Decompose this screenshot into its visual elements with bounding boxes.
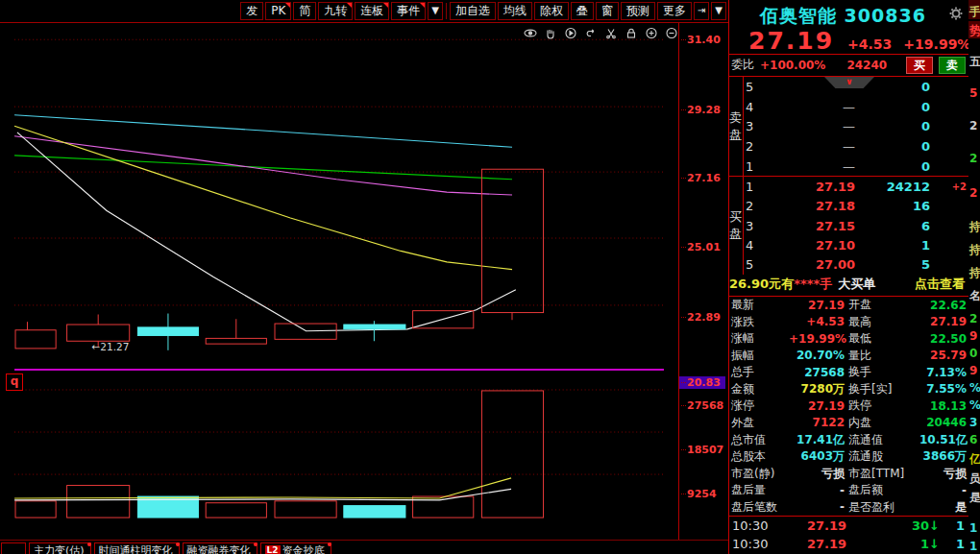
stat-value: - [789, 484, 846, 497]
stat-label: 内盘 [846, 415, 919, 431]
toolbar-button-叠[interactable]: 叠 [571, 2, 594, 20]
level-price: — [759, 100, 855, 114]
tick-time: 10:30 [729, 537, 773, 551]
kline-chart-area[interactable]: ←21.27 [0, 23, 679, 541]
tab-主力变(估)[interactable]: 主力变(估) [29, 542, 91, 554]
stat-value: 亏损 [919, 466, 968, 482]
candle-1 [67, 325, 130, 341]
level-volume: 0 [855, 100, 934, 114]
alert-dot [254, 542, 257, 546]
weibi-row: 委比 +100.00% 24240 买 卖 [729, 55, 968, 75]
stat-value: 7122 [789, 416, 846, 429]
price-axis: 31.4029.2827.1625.0122.8920.832756818507… [679, 23, 728, 541]
last-price: 27.19 [748, 27, 834, 55]
buy-order-book: 买盘 127.1924212+2227.1816327.156427.10152… [729, 176, 968, 275]
toolbar-button-PK[interactable]: PK [265, 2, 291, 20]
axis-label-25.01: 25.01 [681, 241, 721, 253]
level-volume: 1 [855, 238, 934, 253]
stat-label: 涨幅 [729, 330, 789, 347]
price-change: +4.53 [847, 36, 892, 52]
tab-时间通柱明变化[interactable]: 时间通柱明变化 [94, 542, 180, 554]
sell-row-5[interactable]: 5∨0 [744, 77, 968, 97]
clipped-glyph: 5 [969, 86, 977, 100]
stats-row: 金额7280万换手[实]7.55% [729, 381, 968, 398]
stat-value: +19.99% [789, 332, 846, 346]
level-number: 1 [744, 180, 759, 194]
level-number: 1 [744, 159, 759, 174]
axis-label-9254: 9254 [681, 488, 717, 500]
toolbar-button-窗[interactable]: 窗 [596, 2, 619, 20]
candle-4 [275, 324, 336, 339]
quote-panel: 佰奥智能 300836 27.19 +4.53 +19.99% 委比 +100.… [728, 0, 969, 554]
toolbar-button-事件[interactable]: 事件 [391, 2, 426, 20]
toolbar-button-除权[interactable]: 除权 [534, 2, 569, 20]
toolbar-button-简[interactable]: 简 [293, 2, 316, 20]
buy-row-5[interactable]: 527.005 [744, 255, 968, 275]
toolbar-button-▼[interactable]: ▼ [428, 2, 443, 20]
toolbar-button-连板[interactable]: 连板 [355, 2, 389, 20]
stat-value: 18.13 [919, 399, 968, 413]
level-volume: 0 [855, 139, 934, 154]
buy-button[interactable]: 买 [906, 57, 933, 74]
stock-header: 佰奥智能 300836 27.19 +4.53 +19.99% [729, 0, 968, 54]
candle-5 [344, 325, 405, 329]
tab-资金抄底[interactable]: L2资金抄底 [260, 542, 331, 554]
buy-row-4[interactable]: 427.101 [744, 235, 968, 254]
tick-row[interactable]: 10:3027.1930↓1 [729, 517, 968, 535]
toolbar-button-预测[interactable]: 预测 [621, 2, 655, 20]
sell-button[interactable]: 卖 [939, 57, 966, 74]
axis-label-31.40: 31.40 [681, 34, 721, 46]
volume-bar-3 [206, 503, 266, 518]
stat-label: 外盘 [729, 415, 789, 431]
axis-label-20.83: 20.83 [679, 376, 725, 389]
toolbar-button-九转[interactable]: 九转 [318, 2, 353, 20]
stat-label: 盘后额 [846, 482, 919, 498]
sell-row-4[interactable]: 4—0 [744, 97, 968, 117]
gear-icon[interactable] [949, 6, 963, 19]
toolbar-button-发[interactable]: 发 [240, 2, 263, 20]
buy-row-3[interactable]: 327.156 [744, 216, 968, 235]
stat-label: 跌停 [846, 397, 919, 414]
level-price: 27.00 [759, 257, 855, 272]
tick-list: 10:3027.1930↓110:3027.191↓1 [729, 516, 968, 554]
view-big-order-link[interactable]: 点击查看 [915, 276, 965, 293]
ma-line-4 [17, 132, 516, 331]
stats-row: 盘后笔数-是否盈利是 [729, 498, 968, 516]
toolbar-button-加自选[interactable]: 加自选 [450, 2, 496, 20]
tick-row[interactable]: 10:3027.191↓1 [729, 535, 968, 553]
stats-row: 振幅20.70%量比25.79 [729, 348, 968, 365]
stat-value: 10.51亿 [919, 432, 969, 448]
stat-value: 27.19 [789, 299, 846, 312]
toolbar-button-⇥[interactable]: ⇥ [694, 2, 709, 20]
kline-chart-canvas[interactable]: ←21.27 [0, 23, 679, 541]
toolbar-button-更多[interactable]: 更多 [657, 2, 692, 20]
toolbar-button-▼[interactable]: ▼ [711, 2, 726, 20]
level-number: 3 [744, 119, 759, 133]
clipped-glyph: % [969, 381, 980, 395]
level-number: 2 [744, 199, 759, 213]
toolbar-button-均线[interactable]: 均线 [498, 2, 532, 20]
stat-label: 流通值 [846, 432, 919, 448]
sell-row-3[interactable]: 3—0 [744, 117, 968, 137]
level-number: 5 [744, 80, 759, 94]
stat-value: 6403万 [789, 448, 846, 465]
tab-stub[interactable] [1, 542, 26, 554]
price-change-percent: +19.99% [903, 36, 970, 52]
alert-dot [87, 542, 91, 546]
candle-3 [206, 338, 266, 344]
level-number: 2 [744, 139, 759, 154]
stats-row: 涨幅+19.99%最低22.50 [729, 330, 968, 348]
clipped-glyph: 1 [969, 521, 977, 535]
tick-price: 27.19 [773, 537, 846, 551]
buy-row-1[interactable]: 127.1924212+2 [744, 177, 968, 196]
sell-row-1[interactable]: 1—0 [744, 157, 968, 177]
buy-row-2[interactable]: 227.1816 [744, 196, 968, 215]
tab-融资融券变化[interactable]: 融资融券变化 [183, 542, 257, 554]
buy-side-label: 买盘 [729, 177, 744, 275]
stats-row: 涨跌+4.53最高27.19 [729, 314, 968, 331]
clipped-glyph: 2 [969, 312, 977, 325]
clipped-glyph: 持 [969, 265, 980, 281]
volume-bar-5 [344, 506, 405, 518]
sell-row-2[interactable]: 2—0 [744, 136, 968, 157]
stat-value: +4.53 [789, 315, 846, 328]
